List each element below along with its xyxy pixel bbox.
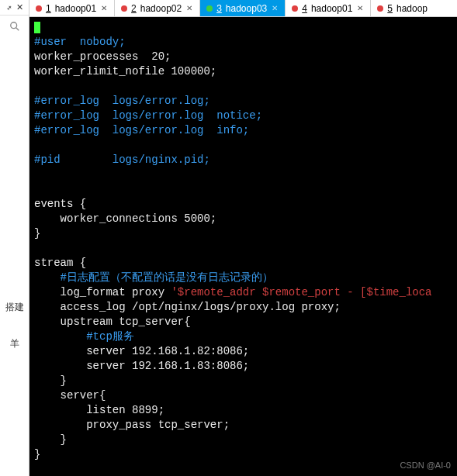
code-line: access_log /opt/nginx/logs/proxy.log pro… [34,301,341,313]
code-line: } [34,448,40,460]
code-comment: #user nobody; [34,36,126,48]
code-line: events { [34,198,86,210]
sidebar-label-1: 搭建 [0,301,29,314]
left-sidebar: ✕ 搭建 羊 [0,0,29,476]
tab-label: hadoop03 [226,3,267,14]
cursor [34,22,40,33]
code-string: '$remote_addr $remote_port - [$time_loca [171,286,431,298]
code-line: worker_rlimit_nofile 100000; [34,65,216,78]
code-line: log_format proxy [34,286,171,298]
code-line: } [34,433,67,446]
tab-status-dot [36,5,42,12]
tab-status-dot [377,5,383,12]
code-line: server{ [34,389,106,402]
close-icon[interactable]: ✕ [356,5,364,12]
code-line: worker_connections 5000; [34,212,216,225]
code-comment: #error_log logs/error.log info; [34,124,249,136]
svg-point-0 [10,22,16,29]
code-comment: #error_log logs/error.log; [34,95,210,107]
tab-status-dot [206,5,213,12]
close-icon[interactable]: ✕ [16,2,23,12]
code-line: server 192.168.1.83:8086; [34,360,249,372]
editor-area[interactable]: #user nobody; worker_processes 20; worke… [29,17,457,476]
tab-status-dot [292,5,298,12]
svg-line-1 [16,28,19,31]
tab-index: 4 [302,3,307,14]
code-comment: #pid logs/nginx.pid; [34,153,210,166]
code-line: server 192.168.1.82:8086; [34,345,249,357]
close-icon[interactable]: ✕ [185,5,193,12]
tab-index: 3 [216,3,222,14]
tab-label: hadoop01 [311,3,352,14]
tab-hadoop-5[interactable]: 5 hadoop [371,0,434,16]
sidebar-label-2: 羊 [0,337,29,350]
close-icon[interactable]: ✕ [271,5,279,12]
code-line: } [34,374,67,387]
pin-icon [5,4,13,12]
search-icon-area[interactable] [0,16,29,37]
tab-hadoop01-1[interactable]: 1 hadoop01 ✕ [29,0,115,16]
search-icon [9,21,20,32]
tab-label: hadoop02 [140,3,182,14]
code-line: upstream tcp_server{ [34,316,191,328]
code-line: worker_processes 20; [34,50,171,63]
code-comment: #日志配置（不配置的话是没有日志记录的） [34,271,273,284]
tab-hadoop03[interactable]: 3 hadoop03 ✕ [200,0,286,16]
code-line: listen 8899; [34,404,164,416]
tab-bar: 1 hadoop01 ✕ 2 hadoop02 ✕ 3 hadoop03 ✕ 4… [29,0,457,17]
tab-index: 5 [387,3,393,14]
sidebar-pin-close[interactable]: ✕ [0,0,29,16]
watermark: CSDN @AI-0 [400,458,451,473]
close-icon[interactable]: ✕ [100,5,108,12]
tab-status-dot [121,5,127,12]
tab-label: hadoop [396,3,428,14]
tab-index: 1 [46,3,51,14]
code-line: stream { [34,257,86,269]
tab-label: hadoop01 [55,3,96,14]
code-comment: #tcp服务 [34,330,134,343]
code-line: proxy_pass tcp_server; [34,419,230,431]
tab-index: 2 [131,3,137,14]
tab-hadoop01-4[interactable]: 4 hadoop01 ✕ [286,0,371,16]
tab-hadoop02[interactable]: 2 hadoop02 ✕ [115,0,200,16]
code-line: } [34,227,40,240]
code-comment: #error_log logs/error.log notice; [34,109,262,122]
